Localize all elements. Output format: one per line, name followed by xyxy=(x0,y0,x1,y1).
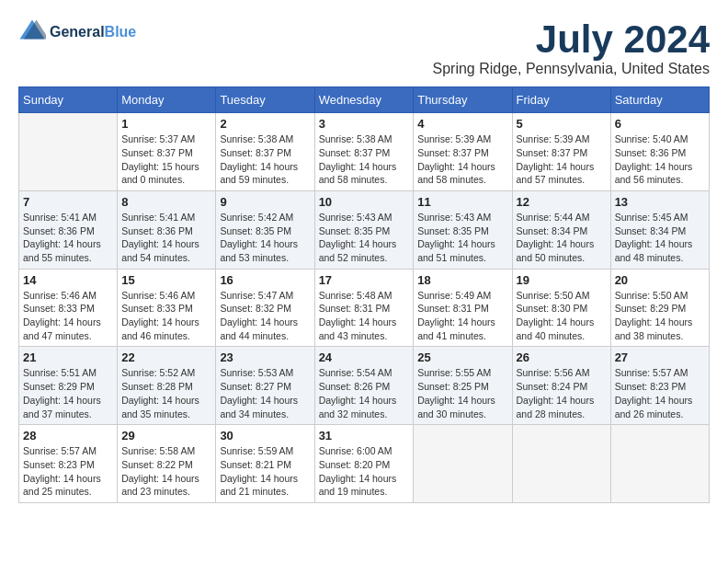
day-number: 8 xyxy=(121,195,211,209)
calendar-day-cell: 15Sunrise: 5:46 AM Sunset: 8:33 PM Dayli… xyxy=(118,269,216,347)
day-info: Sunrise: 5:52 AM Sunset: 8:28 PM Dayligh… xyxy=(121,366,211,420)
calendar-day-cell: 2Sunrise: 5:38 AM Sunset: 8:37 PM Daylig… xyxy=(216,113,314,191)
calendar-day-cell: 11Sunrise: 5:43 AM Sunset: 8:35 PM Dayli… xyxy=(414,190,512,269)
day-number: 11 xyxy=(417,195,507,209)
day-number: 18 xyxy=(417,273,507,287)
day-number: 5 xyxy=(517,117,607,131)
day-number: 16 xyxy=(220,273,310,287)
calendar-day-cell xyxy=(414,425,512,503)
weekday-header: Thursday xyxy=(414,87,512,113)
day-info: Sunrise: 5:37 AM Sunset: 8:37 PM Dayligh… xyxy=(121,132,211,187)
day-info: Sunrise: 5:53 AM Sunset: 8:27 PM Dayligh… xyxy=(220,366,310,420)
day-number: 12 xyxy=(517,195,607,209)
day-info: Sunrise: 5:59 AM Sunset: 8:21 PM Dayligh… xyxy=(220,444,310,499)
day-number: 28 xyxy=(23,429,113,442)
day-info: Sunrise: 5:39 AM Sunset: 8:37 PM Dayligh… xyxy=(417,132,507,187)
calendar-day-cell: 3Sunrise: 5:38 AM Sunset: 8:37 PM Daylig… xyxy=(314,113,414,191)
day-info: Sunrise: 5:41 AM Sunset: 8:36 PM Dayligh… xyxy=(23,211,113,265)
day-info: Sunrise: 5:46 AM Sunset: 8:33 PM Dayligh… xyxy=(23,289,113,343)
day-number: 22 xyxy=(121,350,211,364)
location: Spring Ridge, Pennsylvania, United State… xyxy=(432,61,710,77)
logo-icon xyxy=(18,18,46,46)
day-info: Sunrise: 5:40 AM Sunset: 8:36 PM Dayligh… xyxy=(615,132,705,187)
day-info: Sunrise: 5:50 AM Sunset: 8:29 PM Dayligh… xyxy=(615,289,705,343)
month-title: July 2024 xyxy=(432,18,710,61)
calendar-day-cell: 21Sunrise: 5:51 AM Sunset: 8:29 PM Dayli… xyxy=(19,347,118,425)
calendar-day-cell xyxy=(19,113,118,191)
day-info: Sunrise: 6:00 AM Sunset: 8:20 PM Dayligh… xyxy=(319,444,410,499)
day-info: Sunrise: 5:57 AM Sunset: 8:23 PM Dayligh… xyxy=(615,366,705,420)
calendar-day-cell: 22Sunrise: 5:52 AM Sunset: 8:28 PM Dayli… xyxy=(118,347,216,425)
logo-text: GeneralBlue xyxy=(50,24,136,40)
calendar-day-cell: 7Sunrise: 5:41 AM Sunset: 8:36 PM Daylig… xyxy=(19,190,118,269)
calendar-day-cell xyxy=(610,425,709,503)
day-number: 14 xyxy=(23,273,113,287)
day-number: 26 xyxy=(517,350,607,364)
day-number: 31 xyxy=(319,429,410,442)
calendar-week-row: 1Sunrise: 5:37 AM Sunset: 8:37 PM Daylig… xyxy=(19,113,710,191)
calendar-day-cell: 23Sunrise: 5:53 AM Sunset: 8:27 PM Dayli… xyxy=(216,347,314,425)
calendar-day-cell: 10Sunrise: 5:43 AM Sunset: 8:35 PM Dayli… xyxy=(314,190,414,269)
day-info: Sunrise: 5:41 AM Sunset: 8:36 PM Dayligh… xyxy=(121,211,211,265)
calendar-week-row: 21Sunrise: 5:51 AM Sunset: 8:29 PM Dayli… xyxy=(19,347,710,425)
day-info: Sunrise: 5:50 AM Sunset: 8:30 PM Dayligh… xyxy=(517,289,607,343)
calendar-day-cell: 4Sunrise: 5:39 AM Sunset: 8:37 PM Daylig… xyxy=(414,113,512,191)
weekday-header: Sunday xyxy=(19,87,118,113)
day-number: 7 xyxy=(23,195,113,209)
weekday-header: Wednesday xyxy=(314,87,414,113)
calendar-day-cell: 6Sunrise: 5:40 AM Sunset: 8:36 PM Daylig… xyxy=(610,113,709,191)
day-number: 2 xyxy=(220,117,310,131)
calendar-day-cell: 24Sunrise: 5:54 AM Sunset: 8:26 PM Dayli… xyxy=(314,347,414,425)
day-number: 6 xyxy=(615,117,705,131)
day-info: Sunrise: 5:43 AM Sunset: 8:35 PM Dayligh… xyxy=(319,211,410,265)
day-info: Sunrise: 5:42 AM Sunset: 8:35 PM Dayligh… xyxy=(220,211,310,265)
day-info: Sunrise: 5:48 AM Sunset: 8:31 PM Dayligh… xyxy=(319,289,410,343)
calendar-day-cell: 12Sunrise: 5:44 AM Sunset: 8:34 PM Dayli… xyxy=(512,190,610,269)
day-info: Sunrise: 5:49 AM Sunset: 8:31 PM Dayligh… xyxy=(417,289,507,343)
day-info: Sunrise: 5:54 AM Sunset: 8:26 PM Dayligh… xyxy=(319,366,410,420)
calendar-header-row: SundayMondayTuesdayWednesdayThursdayFrid… xyxy=(19,87,710,113)
calendar-day-cell: 20Sunrise: 5:50 AM Sunset: 8:29 PM Dayli… xyxy=(610,269,709,347)
calendar-day-cell: 9Sunrise: 5:42 AM Sunset: 8:35 PM Daylig… xyxy=(216,190,314,269)
calendar-day-cell: 25Sunrise: 5:55 AM Sunset: 8:25 PM Dayli… xyxy=(414,347,512,425)
day-number: 3 xyxy=(319,117,410,131)
calendar-day-cell: 27Sunrise: 5:57 AM Sunset: 8:23 PM Dayli… xyxy=(610,347,709,425)
day-info: Sunrise: 5:55 AM Sunset: 8:25 PM Dayligh… xyxy=(417,366,507,420)
calendar-week-row: 7Sunrise: 5:41 AM Sunset: 8:36 PM Daylig… xyxy=(19,190,710,269)
day-info: Sunrise: 5:51 AM Sunset: 8:29 PM Dayligh… xyxy=(23,366,113,420)
calendar-day-cell: 30Sunrise: 5:59 AM Sunset: 8:21 PM Dayli… xyxy=(216,425,314,503)
calendar-day-cell: 18Sunrise: 5:49 AM Sunset: 8:31 PM Dayli… xyxy=(414,269,512,347)
title-block: July 2024 Spring Ridge, Pennsylvania, Un… xyxy=(432,18,710,77)
day-info: Sunrise: 5:38 AM Sunset: 8:37 PM Dayligh… xyxy=(220,132,310,187)
calendar-day-cell: 19Sunrise: 5:50 AM Sunset: 8:30 PM Dayli… xyxy=(512,269,610,347)
day-info: Sunrise: 5:44 AM Sunset: 8:34 PM Dayligh… xyxy=(517,211,607,265)
day-number: 4 xyxy=(417,117,507,131)
day-number: 23 xyxy=(220,350,310,364)
day-info: Sunrise: 5:43 AM Sunset: 8:35 PM Dayligh… xyxy=(417,211,507,265)
day-info: Sunrise: 5:58 AM Sunset: 8:22 PM Dayligh… xyxy=(121,444,211,499)
calendar-table: SundayMondayTuesdayWednesdayThursdayFrid… xyxy=(18,86,710,503)
day-info: Sunrise: 5:45 AM Sunset: 8:34 PM Dayligh… xyxy=(615,211,705,265)
day-number: 24 xyxy=(319,350,410,364)
weekday-header: Saturday xyxy=(610,87,709,113)
day-number: 15 xyxy=(121,273,211,287)
weekday-header: Monday xyxy=(118,87,216,113)
day-number: 1 xyxy=(121,117,211,131)
calendar-day-cell: 26Sunrise: 5:56 AM Sunset: 8:24 PM Dayli… xyxy=(512,347,610,425)
logo: GeneralBlue xyxy=(18,18,136,46)
calendar-week-row: 14Sunrise: 5:46 AM Sunset: 8:33 PM Dayli… xyxy=(19,269,710,347)
day-number: 25 xyxy=(417,350,507,364)
calendar-day-cell: 31Sunrise: 6:00 AM Sunset: 8:20 PM Dayli… xyxy=(314,425,414,503)
calendar-week-row: 28Sunrise: 5:57 AM Sunset: 8:23 PM Dayli… xyxy=(19,425,710,503)
day-info: Sunrise: 5:47 AM Sunset: 8:32 PM Dayligh… xyxy=(220,289,310,343)
calendar-day-cell: 13Sunrise: 5:45 AM Sunset: 8:34 PM Dayli… xyxy=(610,190,709,269)
page-header: GeneralBlue July 2024 Spring Ridge, Penn… xyxy=(18,18,710,77)
calendar-day-cell: 1Sunrise: 5:37 AM Sunset: 8:37 PM Daylig… xyxy=(118,113,216,191)
weekday-header: Tuesday xyxy=(216,87,314,113)
day-number: 20 xyxy=(615,273,705,287)
day-info: Sunrise: 5:39 AM Sunset: 8:37 PM Dayligh… xyxy=(517,132,607,187)
calendar-day-cell: 14Sunrise: 5:46 AM Sunset: 8:33 PM Dayli… xyxy=(19,269,118,347)
day-number: 30 xyxy=(220,429,310,442)
day-number: 27 xyxy=(615,350,705,364)
day-number: 17 xyxy=(319,273,410,287)
